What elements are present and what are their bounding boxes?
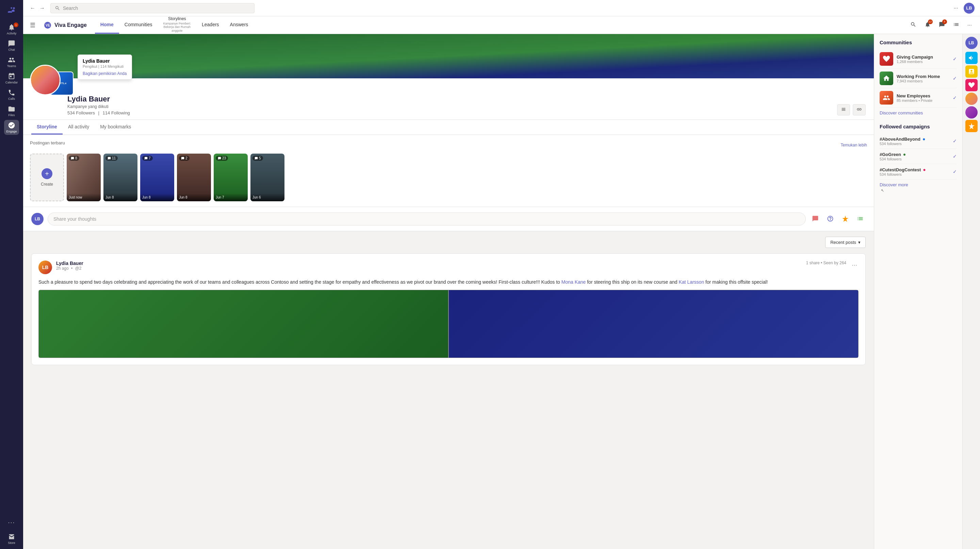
profile-info-row: Lydia Bauer Kampanye yang diikuti 534 Fo… [23,78,874,120]
recent-posts-button[interactable]: Recent posts ▾ [825,237,865,248]
campaign-2-followers: 534 followers [880,157,950,161]
compose-list-button[interactable] [855,213,865,225]
nav-arrows: ← → [29,4,46,13]
profile-avatar [30,65,60,95]
far-right-avatar[interactable]: LB [966,37,978,49]
story-6-comments: 5 [253,156,263,161]
story-item-2[interactable]: 11 Jun 8 [103,153,137,201]
create-story-button[interactable]: + [41,168,52,179]
far-right-icon-1[interactable] [966,52,978,64]
campaign-3-verified: ● [923,167,926,172]
far-right-icon-3[interactable] [966,79,978,91]
giving-campaign-check: ✓ [953,56,957,62]
tab-storyline[interactable]: Storyline [31,120,63,134]
profile-stats: 534 Followers | 114 Following [67,110,832,115]
new-employees-name: New Employees [897,93,932,99]
profile-tooltip: Lydia Bauer Pengikut | 114 Mengikuti Bag… [78,54,132,80]
sidebar-item-teams[interactable]: Teams [4,54,19,69]
nav-communities[interactable]: Communities [119,16,158,34]
nav-answers[interactable]: Answers [224,16,254,34]
header-notification-button[interactable]: 12 [923,20,932,30]
card-view-button[interactable] [837,104,850,115]
story-item-6[interactable]: 5 Jun 6 [250,153,285,201]
hamburger-button[interactable]: ☰ [30,21,35,29]
nav-leaders[interactable]: Leaders [196,16,224,34]
header-more-button[interactable]: ··· [966,21,973,30]
compose-input[interactable]: Share your thoughts [48,212,806,225]
link-button[interactable] [853,104,865,115]
discover-more-link[interactable]: Discover more [880,182,957,187]
far-right-icon-4[interactable] [966,120,978,132]
far-right-photo-2[interactable] [966,106,978,118]
profile-name: Lydia Bauer [67,95,832,104]
sidebar-item-activity[interactable]: Activity [4,22,19,37]
sidebar-item-files[interactable]: Files [4,104,19,118]
story-row: Postingan terbaru Temukan lebih + Create [23,135,874,207]
story-item-5[interactable]: 23 Jun 7 [214,153,248,201]
tab-my-bookmarks[interactable]: My bookmarks [95,120,137,134]
far-right-icon-2[interactable] [966,65,978,78]
sidebar-item-chat[interactable]: Chat [4,38,19,53]
main-content: Lydia Bauer Pengikut | 114 Mengikuti Bag… [23,34,874,549]
compose-poll-button[interactable] [810,213,821,225]
compose-question-button[interactable] [825,213,836,225]
header-message-button[interactable]: 5 [937,20,946,30]
teams-sidebar: Activity Chat Teams Calendar Calls Files… [0,0,23,549]
find-more-link[interactable]: Temukan lebih [841,143,867,147]
compose-kudos-button[interactable] [840,213,851,225]
nav-back-button[interactable]: ← [29,4,37,13]
campaign-3-hashtag: #CutestDogContest [880,167,921,172]
tab-all-activity[interactable]: All activity [63,120,95,134]
post-link-kat[interactable]: Kat Larsson [679,279,704,285]
user-avatar[interactable]: LB [964,3,975,14]
viva-engage-logo: VE Viva Engage [43,21,87,29]
campaign-1-check: ✓ [953,138,957,144]
story-row-title: Postingan terbaru [30,140,65,145]
top-bar-right: ··· LB [953,3,975,14]
sidebar-item-calls[interactable]: Calls [4,87,19,102]
profile-actions [837,104,865,115]
sidebar-item-store[interactable]: Store [4,531,19,546]
sidebar-item-more[interactable]: ··· [4,515,19,530]
far-right-panel: LB [962,34,980,549]
wfh-meta: 7,943 members [897,79,940,83]
communities-section: Communities Giving Campaign 1,268 member… [880,40,957,115]
svg-text:VE: VE [46,24,50,27]
nav-home[interactable]: Home [95,16,119,34]
campaign-1-hashtag: #AboveAndBeyond [880,137,920,142]
new-employees-avatar [880,91,893,105]
sidebar-item-engage[interactable]: Engage [4,120,19,135]
header-chart-button[interactable] [952,20,961,30]
post-card: LB Lydia Bauer 2h ago • @2 1 share • See… [31,254,865,365]
story-5-comments: 23 [216,156,228,161]
campaign-2-verified: ● [903,152,906,157]
post-link-mona[interactable]: Mona Kane [562,279,586,285]
header-search-button[interactable] [909,20,918,30]
wfh-avatar [880,72,893,85]
wfh-name: Working From Home [897,74,940,79]
create-story-item[interactable]: + Create [30,153,64,201]
stories-container: + Create 8 Just now [30,153,867,201]
nav-forward-button[interactable]: → [38,4,46,13]
post-time: 2h ago • @2 [56,266,802,271]
new-employees-check: ✓ [953,95,957,101]
more-options-button[interactable]: ··· [953,4,959,13]
new-employees-meta: 85 members • Private [897,99,932,102]
story-item-3[interactable]: 7 Jun 8 [140,153,174,201]
viva-header-right: 12 5 ··· [909,20,973,30]
discover-communities-link[interactable]: Discover communities [880,110,957,115]
story-1-comments: 8 [69,156,79,161]
search-placeholder: Search [63,5,78,11]
campaign-2-hashtag: #GoGreen [880,152,901,157]
post-stats: 1 share • Seen by 264 [806,260,846,265]
far-right-photo-1[interactable] [966,93,978,105]
story-item-4[interactable]: 2 Jun 8 [177,153,211,201]
story-2-comments: 11 [105,156,118,161]
cursor-indicator: ↖ [881,188,884,193]
share-thoughts-link[interactable]: Bagikan pemikiran Anda [83,71,127,76]
sidebar-item-calendar[interactable]: Calendar [4,71,19,86]
post-more-button[interactable]: ⋯ [850,260,859,270]
campaign-go-green: #GoGreen ● 534 followers ✓ [880,149,957,164]
story-item-1[interactable]: 8 Just now [67,153,101,201]
post-compose: LB Share your thoughts [23,207,874,231]
